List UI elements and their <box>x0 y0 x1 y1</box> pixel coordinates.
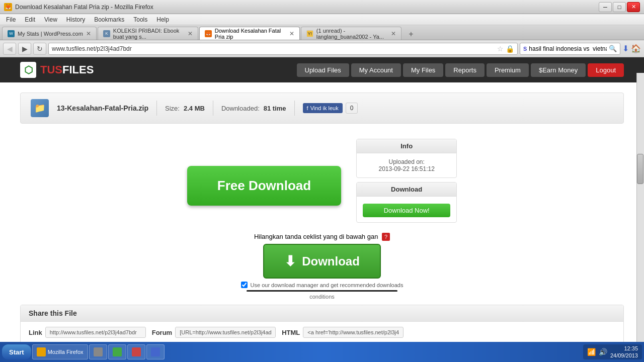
right-section: Info Uploaded on: 2013-09-22 16:51:12 Do… <box>356 139 457 223</box>
divider <box>156 101 157 116</box>
share-html-input[interactable] <box>303 327 404 338</box>
tab-favicon-email: Y! <box>306 30 313 37</box>
nav-logout[interactable]: Logout <box>588 63 624 77</box>
share-forum-input[interactable] <box>175 327 276 338</box>
address-input-wrap[interactable]: www.tusfiles.net/p2l3j4ad7bdr ☆ 🔒 <box>48 43 518 55</box>
file-info-bar: 📁 13-Kesalahan-Fatal-Pria.zip Size: 2.4 … <box>20 93 624 124</box>
search-button[interactable]: 🔍 <box>609 45 617 52</box>
search-input[interactable] <box>529 45 607 52</box>
conditions-text: conditions <box>20 294 624 300</box>
logo-icon: ⬡ <box>20 62 36 78</box>
scrollbar-track[interactable] <box>636 73 644 342</box>
file-downloaded: Downloaded: 81 time <box>221 105 286 112</box>
share-forum-item: Forum <box>152 327 276 338</box>
maximize-button[interactable]: □ <box>613 2 626 12</box>
tab-close-wordpress[interactable]: ✕ <box>86 30 91 37</box>
share-link-label: Link <box>29 329 42 336</box>
share-links: Link Forum HTML <box>21 322 623 343</box>
nav-my-account[interactable]: My Account <box>351 63 401 77</box>
info-header: Info <box>357 139 456 153</box>
uploaded-date: 2013-09-22 16:51:12 <box>363 165 450 172</box>
download-body: Download Now! <box>357 197 456 222</box>
tab-bar: W My Stats | WordPress.com ✕ K KOLEKSI P… <box>0 25 644 40</box>
share-html-label: HTML <box>282 329 300 336</box>
file-name: 13-Kesalahan-Fatal-Pria.zip <box>57 104 148 112</box>
share-html-item: HTML <box>282 327 404 338</box>
site-header: ⬡ TUSFILES Upload Files My Account My Fi… <box>0 57 644 82</box>
tab-close-download[interactable]: ✕ <box>289 30 294 37</box>
big-download-button[interactable]: ⬇ Download <box>263 244 381 279</box>
tab-favicon-wordpress: W <box>8 30 15 37</box>
tab-download[interactable]: 🦊 Download Kesalahan Fatal Pria zip ✕ <box>199 27 300 40</box>
facebook-like: f Vind ik leuk 0 <box>303 103 358 114</box>
share-link-input[interactable] <box>45 327 146 338</box>
nav-earn-money[interactable]: $Earn Money <box>531 63 586 77</box>
address-bar: ◀ ▶ ↻ www.tusfiles.net/p2l3j4ad7bdr ☆ 🔒 … <box>0 40 644 57</box>
ssl-icon: 🔒 <box>506 45 514 53</box>
tab-favicon-koleksi: K <box>103 30 110 37</box>
tab-koleksi[interactable]: K KOLEKSI PRIBADI: Ebook buat yang s... … <box>98 27 198 40</box>
address-url[interactable]: www.tusfiles.net/p2l3j4ad7bdr <box>52 45 495 52</box>
facebook-like-button[interactable]: f Vind ik leuk <box>303 103 343 113</box>
search-engine-logo: S <box>523 46 527 52</box>
hilangkan-text: Hilangkan tanda ceklist yang di bawah ga… <box>20 233 624 241</box>
menu-edit[interactable]: Edit <box>21 15 39 24</box>
reload-button[interactable]: ↻ <box>33 43 46 55</box>
free-download-button[interactable]: Free Download <box>187 166 341 206</box>
divider2 <box>213 101 213 116</box>
tab-email[interactable]: Y! (1 unread) - langlang_buana2002 - Ya.… <box>301 27 401 40</box>
fb-label: Vind ik leuk <box>310 105 339 111</box>
left-section: Free Download <box>187 139 341 223</box>
tab-close-email[interactable]: ✕ <box>391 30 396 37</box>
info-box: Info Uploaded on: 2013-09-22 16:51:12 <box>356 139 457 178</box>
download-header: Download <box>357 183 456 197</box>
page-content: ⬡ TUSFILES Upload Files My Account My Fi… <box>0 57 644 343</box>
nav-reports[interactable]: Reports <box>445 63 485 77</box>
downloaded-label: Downloaded: <box>221 105 260 112</box>
download-now-button[interactable]: Download Now! <box>363 204 450 217</box>
download-indicator[interactable]: ⬇ <box>622 44 629 53</box>
underline-bar <box>247 290 397 292</box>
download-arrow-icon: ⬇ <box>284 253 296 269</box>
menu-file[interactable]: File <box>2 15 20 24</box>
minimize-button[interactable]: ─ <box>599 2 612 12</box>
window-controls[interactable]: ─ □ ✕ <box>599 2 640 12</box>
size-value: 2.4 MB <box>184 105 205 112</box>
download-box: Download Download Now! <box>356 182 457 223</box>
menu-history[interactable]: History <box>62 15 89 24</box>
new-tab-button[interactable]: + <box>405 29 418 40</box>
size-label: Size: <box>165 105 180 112</box>
nav-upload-files[interactable]: Upload Files <box>297 63 349 77</box>
back-button[interactable]: ◀ <box>3 43 16 55</box>
hilangkan-section: Hilangkan tanda ceklist yang di bawah ga… <box>20 233 624 300</box>
close-button[interactable]: ✕ <box>627 2 640 12</box>
forward-button[interactable]: ▶ <box>18 43 31 55</box>
nav-my-files[interactable]: My Files <box>403 63 443 77</box>
divider3 <box>294 101 295 116</box>
menu-help[interactable]: Help <box>152 15 173 24</box>
bookmark-icon[interactable]: ☆ <box>497 45 504 53</box>
firefox-icon: 🦊 <box>4 3 12 11</box>
tab-wordpress[interactable]: W My Stats | WordPress.com ✕ <box>2 27 97 40</box>
share-section: Share this File Link Forum HTML <box>20 305 624 343</box>
scrollbar-thumb[interactable] <box>637 154 643 184</box>
main-content: Free Download Info Uploaded on: 2013-09-… <box>0 134 644 233</box>
question-badge: ? <box>382 233 390 241</box>
menu-tools[interactable]: Tools <box>129 15 151 24</box>
menu-bookmarks[interactable]: Bookmarks <box>90 15 128 24</box>
tab-close-koleksi[interactable]: ✕ <box>188 30 193 37</box>
title-bar: 🦊 Download Kesalahan Fatal Pria zip - Mo… <box>0 0 644 14</box>
checkbox-label: Use our download manager and get recomme… <box>251 282 404 288</box>
tab-label-wordpress: My Stats | WordPress.com <box>18 31 83 37</box>
home-button[interactable]: 🏠 <box>631 44 641 53</box>
menu-view[interactable]: View <box>40 15 61 24</box>
download-manager-checkbox[interactable] <box>241 282 248 288</box>
tab-label-email: (1 unread) - langlang_buana2002 - Ya... <box>316 28 388 40</box>
nav-premium[interactable]: Premium <box>487 63 529 77</box>
download-btn-label: Download <box>302 254 360 268</box>
tab-favicon-download: 🦊 <box>205 30 212 37</box>
checkbox-row: Use our download manager and get recomme… <box>20 282 624 288</box>
site-logo: ⬡ TUSFILES <box>20 62 94 78</box>
file-icon: 📁 <box>31 99 49 117</box>
search-box[interactable]: S 🔍 <box>520 43 620 55</box>
